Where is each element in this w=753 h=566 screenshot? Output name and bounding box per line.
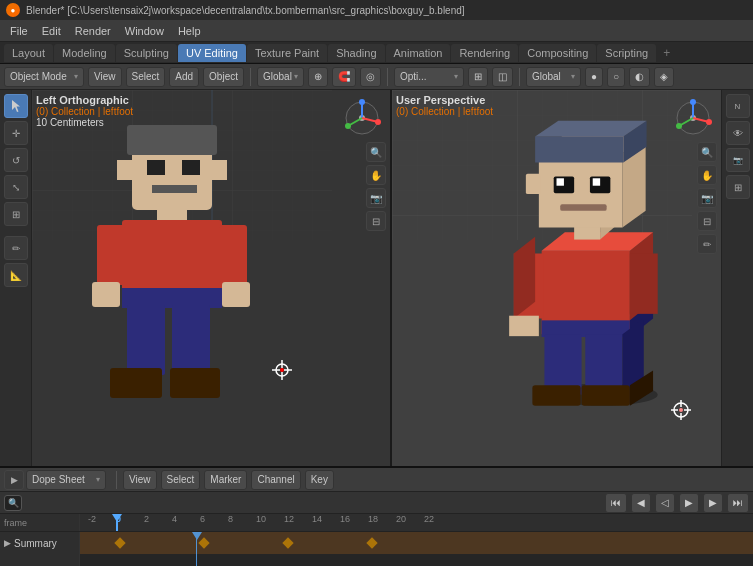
add-menu-left[interactable]: Add: [169, 67, 199, 87]
separator2: [387, 68, 388, 86]
playhead[interactable]: [116, 514, 118, 531]
timeline: ▶ Dope Sheet ▾ View Select Marker Channe…: [0, 466, 753, 566]
menu-bar: File Edit Render Window Help: [0, 20, 753, 42]
global-dropdown-left[interactable]: Global ▾: [257, 67, 304, 87]
svg-point-35: [280, 368, 284, 372]
viewport-camera-icon[interactable]: 📷: [366, 188, 386, 208]
summary-channel-label[interactable]: ▶ Summary: [0, 532, 79, 554]
global-dropdown-right[interactable]: Global ▾: [526, 67, 581, 87]
viewport-left-measure: 10 Centimeters: [36, 117, 133, 128]
snap-icon[interactable]: 🧲: [332, 67, 356, 87]
playback-play[interactable]: ▶: [679, 493, 699, 513]
tab-modeling[interactable]: Modeling: [54, 44, 115, 62]
timeline-select-menu[interactable]: Select: [161, 470, 201, 490]
menu-item-window[interactable]: Window: [119, 23, 170, 39]
chevron-down-icon: ▾: [74, 72, 78, 81]
playhead-line: [196, 532, 197, 566]
overlay-icon[interactable]: ⊞: [468, 67, 488, 87]
tool-move[interactable]: ✛: [4, 121, 28, 145]
tool-measure[interactable]: 📐: [4, 263, 28, 287]
n-panel-icon[interactable]: N: [726, 94, 750, 118]
tab-sculpting[interactable]: Sculpting: [116, 44, 177, 62]
tab-rendering[interactable]: Rendering: [451, 44, 518, 62]
svg-rect-65: [535, 137, 623, 163]
playback-prev-frame[interactable]: ◀: [631, 493, 651, 513]
view-menu-left[interactable]: View: [88, 67, 122, 87]
viewport-right-icons: 🔍 ✋ 📷 ⊟ ✏: [697, 142, 717, 254]
rotation-gizmo-left[interactable]: [342, 98, 382, 140]
viewport-left-icons: 🔍 ✋ 📷 ⊟: [366, 142, 386, 231]
object-mode-dropdown-right[interactable]: Opti... ▾: [394, 67, 464, 87]
channel-label-spacer: frame: [0, 514, 80, 531]
playback-next-frame[interactable]: ▶: [703, 493, 723, 513]
channel-labels: ▶ Summary: [0, 532, 80, 566]
viewport-shading-render[interactable]: ◐: [629, 67, 650, 87]
timeline-search-icon[interactable]: 🔍: [4, 495, 22, 511]
viewport-left[interactable]: Left Orthographic (0) Collection | leftf…: [32, 90, 392, 466]
menu-item-file[interactable]: File: [4, 23, 34, 39]
viewport-shading-solid[interactable]: ●: [585, 67, 603, 87]
object-mode-dropdown-left[interactable]: Object Mode ▾: [4, 67, 84, 87]
object-menu-left[interactable]: Object: [203, 67, 244, 87]
view-icon[interactable]: 👁: [726, 121, 750, 145]
camera-view-icon[interactable]: 📷: [726, 148, 750, 172]
timeline-marker-menu[interactable]: Marker: [204, 470, 247, 490]
tool-transform[interactable]: ⊞: [4, 202, 28, 226]
pivot-icon[interactable]: ⊕: [308, 67, 328, 87]
svg-point-9: [375, 119, 381, 125]
menu-item-edit[interactable]: Edit: [36, 23, 67, 39]
timeline-icon[interactable]: ▶: [4, 470, 24, 490]
svg-rect-71: [593, 178, 600, 185]
tab-animation[interactable]: Animation: [386, 44, 451, 62]
tab-compositing[interactable]: Compositing: [519, 44, 596, 62]
viewport-shading-wire[interactable]: ○: [607, 67, 625, 87]
svg-point-11: [345, 123, 351, 129]
svg-rect-26: [127, 305, 165, 375]
timeline-key-menu[interactable]: Key: [305, 470, 334, 490]
tick-4: 4: [172, 514, 177, 524]
viewport-hand-icon2[interactable]: ✋: [697, 165, 717, 185]
title-bar: ● Blender* [C:\Users\tensaix2j\workspace…: [0, 0, 753, 20]
tool-rotate[interactable]: ↺: [4, 148, 28, 172]
tool-scale[interactable]: ⤡: [4, 175, 28, 199]
tick-18: 18: [368, 514, 378, 524]
menu-item-render[interactable]: Render: [69, 23, 117, 39]
viewport-right[interactable]: User Perspective (0) Collection | leftfo…: [392, 90, 721, 466]
select-menu-left[interactable]: Select: [126, 67, 166, 87]
menu-item-help[interactable]: Help: [172, 23, 207, 39]
viewport-axes-icon[interactable]: ✏: [697, 234, 717, 254]
tab-add[interactable]: +: [657, 43, 676, 63]
viewport-hand-icon[interactable]: ✋: [366, 165, 386, 185]
tab-scripting[interactable]: Scripting: [597, 44, 656, 62]
viewport-overlay-btn[interactable]: ◈: [654, 67, 674, 87]
svg-rect-25: [222, 282, 250, 307]
xray-icon[interactable]: ◫: [492, 67, 513, 87]
viewport-left-collection: (0) Collection | leftfoot: [36, 106, 133, 117]
window-title: Blender* [C:\Users\tensaix2j\workspace\d…: [26, 5, 465, 16]
tab-shading[interactable]: Shading: [328, 44, 384, 62]
playback-play-reverse[interactable]: ◁: [655, 493, 675, 513]
viewport-camera-icon2[interactable]: 📷: [697, 188, 717, 208]
tab-texture-paint[interactable]: Texture Paint: [247, 44, 327, 62]
timeline-type-dropdown[interactable]: Dope Sheet ▾: [26, 470, 106, 490]
svg-rect-53: [532, 385, 580, 405]
rotation-gizmo-right[interactable]: [673, 98, 713, 140]
timeline-channel-menu[interactable]: Channel: [251, 470, 300, 490]
timeline-content: ▶ Summary: [0, 532, 753, 566]
tab-uv-editing[interactable]: UV Editing: [178, 44, 246, 62]
playback-jump-start[interactable]: ⏮: [605, 493, 627, 513]
viewport-zoom-icon[interactable]: 🔍: [366, 142, 386, 162]
tool-annotate[interactable]: ✏: [4, 236, 28, 260]
viewport-zoom-icon2[interactable]: 🔍: [697, 142, 717, 162]
tab-layout[interactable]: Layout: [4, 44, 53, 62]
proportional-edit-icon[interactable]: ◎: [360, 67, 381, 87]
viewport-left-header: Left Orthographic (0) Collection | leftf…: [36, 94, 133, 128]
svg-rect-13: [127, 125, 217, 155]
viewport-grid-icon2[interactable]: ⊟: [697, 211, 717, 231]
playback-jump-end[interactable]: ⏭: [727, 493, 749, 513]
viewport-grid-icon[interactable]: ⊟: [366, 211, 386, 231]
timeline-view-menu[interactable]: View: [123, 470, 157, 490]
tool-cursor[interactable]: [4, 94, 28, 118]
timeline-controls: 🔍 ⏮ ◀ ◁ ▶ ▶ ⏭: [0, 492, 753, 514]
overlays-icon[interactable]: ⊞: [726, 175, 750, 199]
